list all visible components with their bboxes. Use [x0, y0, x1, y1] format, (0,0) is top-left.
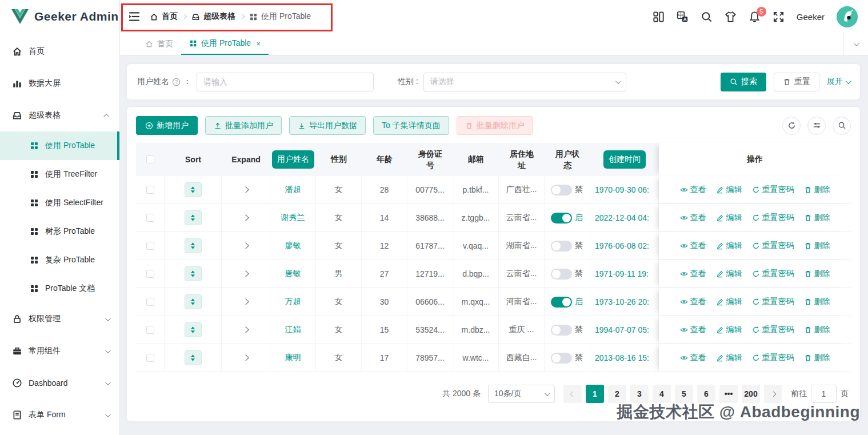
breadcrumb-supertable[interactable]: 超级表格	[191, 11, 235, 22]
search-button[interactable]: 搜索	[721, 73, 766, 91]
expand-row-icon[interactable]	[242, 214, 249, 221]
header-idnumber[interactable]: 身份证号	[407, 143, 453, 176]
delete-link[interactable]: 删除	[804, 241, 830, 251]
notification-bell[interactable]: 5	[749, 11, 761, 23]
sort-handle[interactable]	[185, 210, 202, 225]
reset-password-link[interactable]: 重置密码	[752, 269, 794, 279]
row-checkbox[interactable]	[146, 214, 154, 222]
view-link[interactable]: 查看	[680, 297, 706, 307]
page-button-5[interactable]: 5	[675, 385, 693, 403]
username-link[interactable]: 廖敏	[285, 241, 301, 251]
page-button-3[interactable]: 3	[630, 385, 649, 403]
reset-password-link[interactable]: 重置密码	[752, 325, 794, 335]
sidebar-item-components[interactable]: 常用组件	[0, 335, 119, 367]
tab-home[interactable]: 首页	[137, 33, 181, 55]
delete-link[interactable]: 删除	[804, 269, 830, 279]
name-input[interactable]	[203, 77, 367, 86]
header-status[interactable]: 用户状态	[545, 143, 590, 176]
collapse-menu-icon[interactable]	[128, 10, 141, 23]
edit-link[interactable]: 编辑	[716, 241, 742, 251]
status-toggle[interactable]	[551, 269, 572, 280]
status-toggle[interactable]	[551, 213, 572, 224]
fullscreen-icon[interactable]	[773, 11, 785, 23]
sidebar-item-complex-protable[interactable]: 复杂 ProTable	[0, 246, 119, 274]
expand-row-icon[interactable]	[242, 298, 249, 305]
sidebar-item-form[interactable]: 表单 Form	[0, 399, 119, 431]
column-settings-button[interactable]	[807, 117, 826, 135]
sidebar-item-use-treefilter[interactable]: 使用 TreeFilter	[0, 160, 119, 189]
edit-link[interactable]: 编辑	[716, 269, 742, 279]
select-all-checkbox[interactable]	[146, 155, 154, 163]
delete-link[interactable]: 删除	[804, 213, 830, 223]
sort-handle[interactable]	[185, 350, 202, 365]
avatar[interactable]	[837, 6, 858, 27]
expand-row-icon[interactable]	[242, 354, 249, 361]
view-link[interactable]: 查看	[680, 325, 706, 335]
question-circle-icon[interactable]: ?	[172, 78, 181, 86]
sidebar-item-datascreen[interactable]: 数据大屏	[0, 67, 119, 99]
breadcrumb-current[interactable]: 使用 ProTable	[249, 11, 311, 22]
expand-row-icon[interactable]	[242, 186, 249, 193]
expand-row-icon[interactable]	[242, 270, 249, 277]
view-link[interactable]: 查看	[680, 353, 706, 363]
username-label[interactable]: Geeker	[797, 12, 825, 22]
status-toggle[interactable]	[551, 185, 572, 195]
page-size-select[interactable]: 10条/页	[488, 385, 555, 403]
view-link[interactable]: 查看	[680, 213, 706, 223]
edit-link[interactable]: 编辑	[716, 213, 742, 223]
row-checkbox[interactable]	[146, 270, 154, 278]
username-link[interactable]: 万超	[285, 297, 301, 307]
delete-link[interactable]: 删除	[804, 297, 830, 307]
reset-password-link[interactable]: 重置密码	[752, 297, 794, 307]
sidebar-item-tree-protable[interactable]: 树形 ProTable	[0, 217, 119, 246]
table-search-button[interactable]	[833, 117, 851, 135]
refresh-button[interactable]	[782, 117, 801, 135]
export-user-data-button[interactable]: 导出用户数据	[289, 116, 366, 135]
view-link[interactable]: 查看	[680, 269, 706, 279]
header-username[interactable]: 用户姓名	[270, 143, 316, 176]
page-button-4[interactable]: 4	[653, 385, 671, 403]
view-link[interactable]: 查看	[680, 185, 706, 195]
header-created[interactable]: 创建时间	[590, 143, 659, 176]
status-toggle[interactable]	[551, 297, 572, 308]
expand-row-icon[interactable]	[242, 326, 249, 333]
status-toggle[interactable]	[551, 241, 572, 252]
sidebar-item-use-selectfilter[interactable]: 使用 SelectFilter	[0, 189, 119, 217]
sort-handle[interactable]	[185, 238, 202, 253]
username-link[interactable]: 江娟	[285, 325, 301, 335]
logo[interactable]: Geeker Admin	[0, 0, 119, 33]
theme-tshirt-icon[interactable]	[725, 11, 737, 23]
row-checkbox[interactable]	[146, 298, 154, 306]
to-detail-page-button[interactable]: To 子集详情页面	[373, 116, 449, 135]
edit-link[interactable]: 编辑	[716, 185, 742, 195]
view-link[interactable]: 查看	[680, 241, 706, 251]
sidebar-item-protable-doc[interactable]: ProTable 文档	[0, 274, 119, 303]
row-checkbox[interactable]	[146, 186, 154, 194]
row-checkbox[interactable]	[146, 242, 154, 250]
reset-password-link[interactable]: 重置密码	[752, 353, 794, 363]
reset-password-link[interactable]: 重置密码	[752, 185, 794, 195]
status-toggle[interactable]	[551, 325, 572, 336]
batch-add-user-button[interactable]: 批量添加用户	[205, 116, 282, 135]
page-button-6[interactable]: 6	[697, 385, 715, 403]
sidebar-item-supertable[interactable]: 超级表格	[0, 99, 119, 131]
edit-link[interactable]: 编辑	[716, 325, 742, 335]
reset-password-link[interactable]: 重置密码	[752, 213, 794, 223]
layout-size-icon[interactable]	[653, 11, 665, 23]
header-gender[interactable]: 性别	[316, 143, 362, 176]
tab-dropdown-button[interactable]	[843, 33, 868, 55]
edit-link[interactable]: 编辑	[716, 297, 742, 307]
edit-link[interactable]: 编辑	[716, 353, 742, 363]
search-icon[interactable]	[701, 11, 713, 23]
delete-link[interactable]: 删除	[804, 325, 830, 335]
header-expand[interactable]: Expand	[222, 143, 270, 176]
next-page-button[interactable]	[764, 385, 782, 403]
reset-password-link[interactable]: 重置密码	[752, 241, 794, 251]
more-pages-button[interactable]: •••	[719, 385, 738, 403]
gender-select[interactable]: 请选择	[423, 73, 626, 91]
sort-handle[interactable]	[185, 294, 202, 309]
username-link[interactable]: 谢秀兰	[281, 213, 305, 223]
sidebar-item-permissions[interactable]: 权限管理	[0, 303, 119, 335]
add-user-button[interactable]: 新增用户	[136, 116, 198, 135]
username-link[interactable]: 康明	[285, 353, 301, 363]
